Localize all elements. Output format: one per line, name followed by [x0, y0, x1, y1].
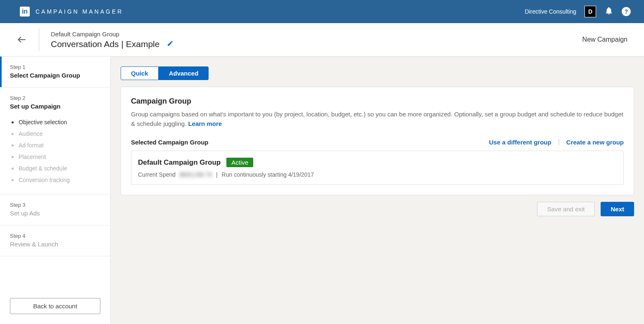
bullet-icon [12, 133, 14, 135]
selected-campaign-group-label: Selected Campaign Group [131, 139, 209, 146]
use-different-group-link[interactable]: Use a different group [489, 139, 551, 146]
status-badge: Active [226, 158, 253, 167]
create-new-group-link[interactable]: Create a new group [566, 139, 624, 146]
substep-audience[interactable]: Audience [12, 128, 100, 140]
app-title: CAMPAIGN MANAGER [36, 8, 123, 15]
card-heading: Campaign Group [131, 97, 624, 106]
sub-header-left: Default Campaign Group Conversation Ads … [17, 28, 173, 51]
edit-pencil-icon[interactable] [167, 40, 173, 48]
top-nav: in CAMPAIGN MANAGER Directive Consulting… [0, 0, 644, 23]
top-nav-right: Directive Consulting D ? [525, 6, 631, 17]
sidebar-step-3[interactable]: Step 3 Set up Ads [0, 194, 110, 225]
campaign-title-row: Conversation Ads | Example [51, 39, 173, 49]
step-title: Select Campaign Group [10, 72, 100, 79]
step-number: Step 4 [10, 233, 100, 239]
linkedin-icon[interactable]: in [20, 7, 30, 17]
selected-group-row: Selected Campaign Group Use a different … [131, 138, 624, 146]
sidebar-step-2[interactable]: Step 2 Set up Campaign Objective selecti… [0, 88, 110, 194]
substep-label: Ad format [19, 142, 44, 149]
substeps: Objective selection Audience Ad format P… [10, 116, 100, 186]
back-arrow-icon[interactable] [17, 32, 27, 48]
account-avatar[interactable]: D [585, 6, 596, 17]
mode-toggle: Quick Advanced [121, 66, 209, 80]
current-spend-value: $893,296.76 [180, 171, 212, 178]
substep-ad-format[interactable]: Ad format [12, 140, 100, 151]
action-divider: | [558, 138, 560, 146]
campaign-title: Conversation Ads | Example [51, 39, 159, 49]
top-nav-left: in CAMPAIGN MANAGER [20, 7, 123, 17]
header-divider [39, 28, 39, 51]
current-spend-label: Current Spend [138, 171, 176, 178]
back-to-account-button[interactable]: Back to account [10, 298, 100, 314]
toggle-quick[interactable]: Quick [121, 66, 159, 80]
sidebar-footer: Back to account [0, 288, 110, 324]
bullet-icon [12, 179, 14, 181]
card-description: Group campaigns based on what's importan… [131, 110, 624, 128]
substep-label: Budget & schedule [19, 165, 67, 172]
substep-conversion[interactable]: Conversion tracking [12, 174, 100, 186]
step-title: Review & Launch [10, 241, 100, 248]
account-name[interactable]: Directive Consulting [525, 8, 577, 15]
substep-label: Audience [19, 130, 43, 137]
sub-header: Default Campaign Group Conversation Ads … [0, 23, 644, 57]
substep-placement[interactable]: Placement [12, 151, 100, 163]
step-number: Step 1 [10, 64, 100, 70]
group-name: Default Campaign Group [138, 158, 221, 167]
substep-label: Objective selection [19, 119, 67, 125]
step-title: Set up Ads [10, 210, 100, 217]
step-number: Step 3 [10, 202, 100, 208]
sidebar-step-4[interactable]: Step 4 Review & Launch [0, 225, 110, 256]
bullet-icon [12, 121, 14, 123]
learn-more-link[interactable]: Learn more [188, 120, 222, 127]
main-container: Step 1 Select Campaign Group Step 2 Set … [0, 57, 644, 324]
step-title: Set up Campaign [10, 103, 100, 110]
group-name-row: Default Campaign Group Active [138, 158, 617, 167]
save-and-exit-button[interactable]: Save and exit [537, 202, 595, 216]
bullet-icon [12, 168, 14, 170]
footer-actions: Save and exit Next [121, 202, 634, 216]
substep-budget[interactable]: Budget & schedule [12, 163, 100, 174]
next-button[interactable]: Next [601, 202, 634, 216]
help-icon[interactable]: ? [622, 7, 631, 16]
substep-label: Placement [19, 154, 46, 160]
notification-bell-icon[interactable] [604, 6, 613, 17]
new-campaign-link[interactable]: New Campaign [582, 36, 627, 43]
selected-group-details: Default Campaign Group Active Current Sp… [131, 151, 624, 185]
group-meta: Current Spend $893,296.76 | Run continuo… [138, 171, 617, 178]
step-number: Step 2 [10, 95, 100, 101]
schedule-text: Run continuously starting 4/19/2017 [222, 171, 314, 178]
content-area: Quick Advanced Campaign Group Group camp… [111, 57, 644, 324]
substep-label: Conversion tracking [19, 177, 70, 183]
substep-objective[interactable]: Objective selection [12, 116, 100, 128]
header-titles: Default Campaign Group Conversation Ads … [51, 31, 173, 49]
bullet-icon [12, 144, 14, 147]
sidebar-step-1[interactable]: Step 1 Select Campaign Group [0, 57, 110, 88]
toggle-advanced[interactable]: Advanced [159, 66, 209, 80]
group-actions: Use a different group | Create a new gro… [489, 138, 624, 146]
breadcrumb: Default Campaign Group [51, 31, 173, 38]
campaign-group-card: Campaign Group Group campaigns based on … [121, 87, 634, 195]
bullet-icon [12, 156, 14, 158]
sidebar: Step 1 Select Campaign Group Step 2 Set … [0, 57, 111, 324]
meta-divider: | [216, 171, 218, 178]
